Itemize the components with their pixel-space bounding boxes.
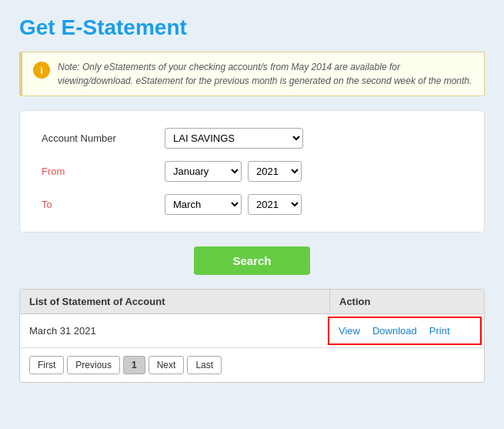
account-controls: LAI SAVINGS CHECKING ACCOUNT 1 SAVINGS A… xyxy=(165,128,303,149)
notice-text: Note: Only eStatements of your checking … xyxy=(58,60,473,88)
to-month-select[interactable]: January February March April May June Ju… xyxy=(165,194,242,215)
from-row: From January February March April May Ju… xyxy=(42,161,462,182)
action-cell: View Download Print xyxy=(328,317,482,345)
search-button[interactable]: Search xyxy=(194,246,309,275)
table-row: March 31 2021 View Download Print xyxy=(20,314,484,348)
col-action-header: Action xyxy=(330,290,484,313)
first-button[interactable]: First xyxy=(29,356,64,374)
page-1-button[interactable]: 1 xyxy=(123,356,145,374)
account-label: Account Number xyxy=(42,132,165,144)
to-label: To xyxy=(42,199,165,210)
form-card: Account Number LAI SAVINGS CHECKING ACCO… xyxy=(19,110,485,233)
view-link[interactable]: View xyxy=(339,325,360,337)
last-button[interactable]: Last xyxy=(187,356,222,374)
from-year-select[interactable]: 2019 2020 2021 2022 2023 xyxy=(248,161,302,182)
statement-date: March 31 2021 xyxy=(20,318,325,344)
account-select[interactable]: LAI SAVINGS CHECKING ACCOUNT 1 SAVINGS A… xyxy=(165,128,303,149)
from-label: From xyxy=(42,166,165,177)
print-link[interactable]: Print xyxy=(429,325,450,337)
results-table: List of Statement of Account Action Marc… xyxy=(19,289,485,383)
account-row: Account Number LAI SAVINGS CHECKING ACCO… xyxy=(42,128,462,149)
download-link[interactable]: Download xyxy=(372,325,417,337)
next-button[interactable]: Next xyxy=(149,356,185,374)
page-title: Get E-Statement xyxy=(19,15,485,40)
to-controls: January February March April May June Ju… xyxy=(165,194,302,215)
info-icon: i xyxy=(33,62,50,79)
search-btn-container: Search xyxy=(19,246,485,275)
to-year-select[interactable]: 2019 2020 2021 2022 2023 xyxy=(248,194,302,215)
from-controls: January February March April May June Ju… xyxy=(165,161,302,182)
to-row: To January February March April May June… xyxy=(42,194,462,215)
col-statement-header: List of Statement of Account xyxy=(20,290,330,313)
previous-button[interactable]: Previous xyxy=(67,356,120,374)
notice-box: i Note: Only eStatements of your checkin… xyxy=(19,52,485,96)
from-month-select[interactable]: January February March April May June Ju… xyxy=(165,161,242,182)
pagination: First Previous 1 Next Last xyxy=(20,348,484,382)
table-header: List of Statement of Account Action xyxy=(20,290,484,314)
